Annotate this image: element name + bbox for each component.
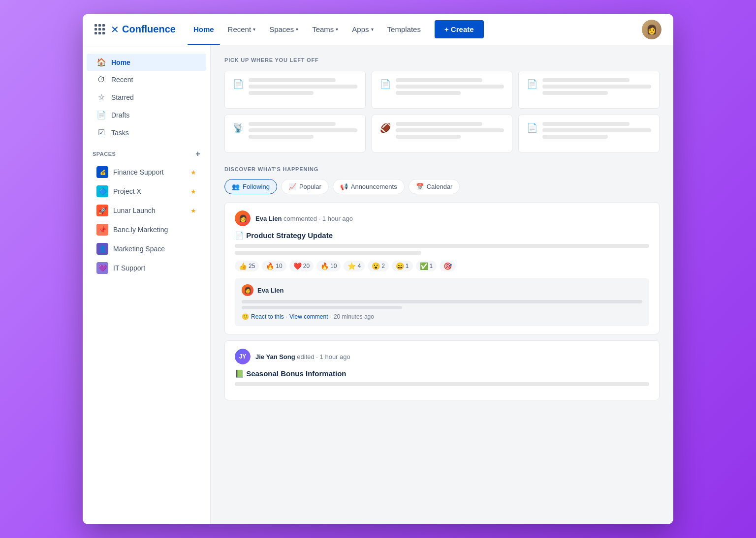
card-line (396, 122, 483, 126)
activity-header-2: JY Jie Yan Song edited · 1 hour ago (235, 349, 649, 364)
activity-content-lines-2 (235, 382, 649, 386)
top-navigation: ✕ Confluence Home Recent ▾ Spaces ▾ Team… (83, 14, 673, 45)
card-line (542, 78, 630, 82)
space-icon-bancly: 📌 (96, 224, 108, 236)
reaction-check[interactable]: ✅1 (416, 261, 437, 271)
reaction-fire2[interactable]: 🔥10 (316, 261, 341, 271)
app-window: ✕ Confluence Home Recent ▾ Spaces ▾ Team… (83, 14, 673, 524)
reaction-fire[interactable]: 🔥10 (262, 261, 286, 271)
space-icon-finance: 💰 (96, 166, 108, 178)
chevron-down-icon: ▾ (253, 27, 255, 32)
reaction-heart[interactable]: ❤️20 (289, 261, 314, 271)
comment-actions: 🙂 React to this · View comment · 20 minu… (242, 313, 642, 320)
recent-card-2[interactable]: 📄 (372, 71, 513, 109)
star-icon: ★ (190, 207, 196, 214)
main-content: PICK UP WHERE YOU LEFT OFF 📄 📄 (211, 45, 673, 524)
doc-icon: 📄 (527, 79, 537, 90)
chevron-down-icon: ▾ (371, 27, 374, 32)
satellite-icon: 📡 (233, 122, 244, 133)
announcements-icon: 📢 (340, 183, 348, 190)
activity-header-1: 👩 Eva Lien commented · 1 hour ago (235, 210, 649, 226)
space-item-it[interactable]: 💜 IT Support (87, 259, 206, 277)
nav-apps[interactable]: Apps ▾ (346, 21, 379, 37)
doc-icon: 📄 (233, 79, 244, 90)
popular-icon: 📈 (288, 183, 296, 190)
filter-tab-popular[interactable]: 📈 Popular (281, 179, 329, 194)
comment-content-lines (242, 300, 642, 309)
star-icon: ☆ (96, 92, 106, 102)
star-icon: ★ (190, 169, 196, 176)
filter-tabs: 👥 Following 📈 Popular 📢 Announcements 📅 … (224, 179, 660, 194)
card-line (249, 91, 314, 95)
pickup-section-title: PICK UP WHERE YOU LEFT OFF (224, 57, 660, 63)
recent-card-1[interactable]: 📄 (224, 71, 366, 109)
space-item-lunar[interactable]: 🚀 Lunar Launch ★ (87, 201, 206, 220)
space-item-marketing[interactable]: 👤 Marketing Space (87, 239, 206, 258)
user-avatar[interactable]: 👩 (642, 20, 662, 39)
grid-icon[interactable] (94, 24, 105, 34)
recent-card-6[interactable]: 📄 (518, 115, 660, 152)
tasks-icon: ☑ (96, 128, 106, 137)
nav-templates[interactable]: Templates (381, 21, 427, 37)
activity-meta-1: Eva Lien commented · 1 hour ago (255, 215, 353, 222)
activity-card-2: JY Jie Yan Song edited · 1 hour ago 📗 Se… (224, 340, 660, 400)
add-space-button[interactable]: + (195, 149, 200, 158)
card-line (396, 85, 504, 89)
comment-avatar-eva: 👩 (242, 284, 253, 296)
avatar-image-jie: JY (235, 349, 251, 364)
home-icon: 🏠 (96, 58, 106, 67)
view-comment-link[interactable]: View comment (289, 313, 328, 320)
reaction-thumbsup[interactable]: 👍25 (235, 261, 259, 271)
card-line (249, 128, 357, 132)
card-line (249, 85, 357, 89)
card-line (396, 128, 504, 132)
following-icon: 👥 (232, 183, 240, 190)
sidebar-item-recent[interactable]: ⏱ Recent (87, 71, 206, 88)
space-icon-it: 💜 (96, 262, 108, 274)
doc-icon: 📄 (527, 122, 537, 133)
recent-card-4[interactable]: 📡 (224, 115, 366, 152)
filter-tab-announcements[interactable]: 📢 Announcements (333, 179, 405, 194)
logo-icon: ✕ (111, 24, 119, 35)
logo-text: Confluence (122, 24, 176, 35)
activity-title-1[interactable]: 📄 Product Strategy Update (235, 231, 649, 240)
recent-icon: ⏱ (96, 75, 106, 84)
space-item-bancly[interactable]: 📌 Banc.ly Marketing (87, 220, 206, 239)
reaction-smile[interactable]: 😄1 (392, 261, 413, 271)
activity-title-2[interactable]: 📗 Seasonal Bonus Information (235, 369, 649, 378)
react-to-this-link[interactable]: React to this (251, 313, 284, 320)
nav-home[interactable]: Home (188, 21, 220, 37)
create-button[interactable]: + Create (435, 20, 484, 38)
card-line (249, 122, 336, 126)
spaces-section-header: Spaces + (83, 142, 210, 162)
main-layout: 🏠 Home ⏱ Recent ☆ Starred 📄 Drafts ☑ Tas… (83, 45, 673, 524)
filter-tab-calendar[interactable]: 📅 Calendar (409, 179, 460, 194)
sidebar-item-tasks[interactable]: ☑ Tasks (87, 124, 206, 141)
logo[interactable]: ✕ Confluence (111, 24, 176, 35)
nav-recent[interactable]: Recent ▾ (222, 21, 262, 37)
card-line (396, 78, 483, 82)
nav-spaces[interactable]: Spaces ▾ (263, 21, 304, 37)
reaction-target[interactable]: 🎯 (440, 261, 456, 271)
calendar-icon: 📅 (416, 183, 424, 190)
sidebar-item-home[interactable]: 🏠 Home (87, 54, 206, 71)
nav-teams[interactable]: Teams ▾ (306, 21, 344, 37)
recent-card-5[interactable]: 🏈 (372, 115, 513, 152)
card-line (542, 122, 630, 126)
recent-card-3[interactable]: 📄 (518, 71, 660, 109)
filter-tab-following[interactable]: 👥 Following (224, 179, 277, 194)
reaction-star[interactable]: ⭐4 (344, 261, 365, 271)
comment-section: 👩 Eva Lien 🙂 React to this · View commen… (235, 278, 649, 326)
sidebar: 🏠 Home ⏱ Recent ☆ Starred 📄 Drafts ☑ Tas… (83, 45, 211, 524)
space-icon-marketing: 👤 (96, 243, 108, 255)
card-line (542, 85, 651, 89)
activity-meta-2: Jie Yan Song edited · 1 hour ago (255, 353, 350, 360)
sidebar-item-drafts[interactable]: 📄 Drafts (87, 106, 206, 123)
reaction-wow[interactable]: 😮2 (368, 261, 389, 271)
sidebar-item-starred[interactable]: ☆ Starred (87, 89, 206, 106)
card-line (396, 91, 461, 95)
activity-card-1: 👩 Eva Lien commented · 1 hour ago 📄 Prod… (224, 202, 660, 334)
space-item-projectx[interactable]: 🔷 Project X ★ (87, 182, 206, 201)
card-line (542, 135, 607, 139)
space-item-finance[interactable]: 💰 Finance Support ★ (87, 163, 206, 181)
